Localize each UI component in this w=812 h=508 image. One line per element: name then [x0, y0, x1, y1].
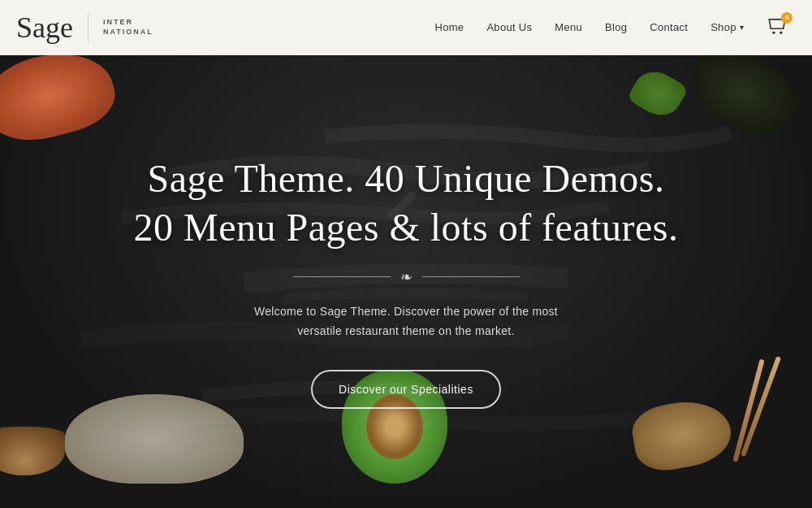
logo-divider: [88, 12, 89, 43]
logo-sub: INTER NATIONAL: [103, 18, 153, 37]
cart-button[interactable]: 0: [767, 15, 788, 40]
nav-about[interactable]: About Us: [486, 21, 532, 33]
svg-point-0: [772, 31, 775, 33]
logo-area[interactable]: Sage INTER NATIONAL: [16, 12, 153, 43]
hero-divider: ❧: [293, 268, 520, 286]
nav-menu[interactable]: Menu: [555, 21, 582, 33]
shop-dropdown-icon: ▾: [740, 23, 744, 32]
divider-line-left: [293, 276, 391, 277]
hero-title: Sage Theme. 40 Unique Demos. 20 Menu Pag…: [133, 154, 678, 252]
cart-badge: 0: [781, 12, 793, 24]
svg-point-1: [780, 31, 782, 33]
divider-line-right: [422, 276, 520, 277]
logo-text: Sage: [16, 13, 73, 42]
hero-subtitle: Welcome to Sage Theme. Discover the powe…: [254, 302, 558, 341]
hero-section: Sage Theme. 40 Unique Demos. 20 Menu Pag…: [0, 0, 812, 508]
nav-blog[interactable]: Blog: [605, 21, 627, 33]
cta-button[interactable]: Discover our Specialities: [311, 370, 501, 409]
header: Sage INTER NATIONAL Home About Us Menu B…: [0, 0, 812, 55]
divider-leaf-icon: ❧: [400, 268, 412, 286]
nav-shop[interactable]: Shop ▾: [710, 21, 744, 33]
nav-home[interactable]: Home: [434, 21, 464, 33]
hero-content: Sage Theme. 40 Unique Demos. 20 Menu Pag…: [0, 55, 812, 508]
main-nav: Home About Us Menu Blog Contact Shop ▾ 0: [434, 15, 788, 40]
nav-contact[interactable]: Contact: [650, 21, 688, 33]
